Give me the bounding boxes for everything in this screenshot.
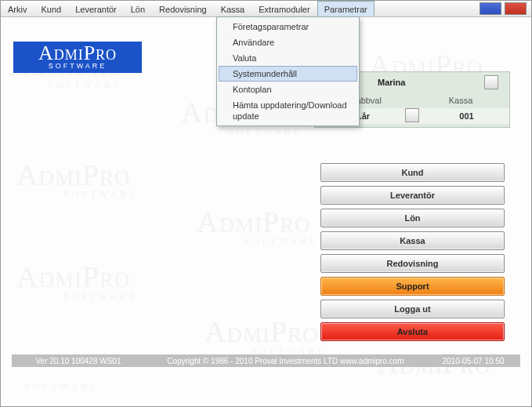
lon-button[interactable]: Lön [320, 209, 505, 227]
minimize-button[interactable] [480, 2, 501, 15]
dropdown-anvandare[interactable]: Användare [219, 35, 357, 50]
logo-title: AdmiPro [13, 42, 142, 64]
menu-arkiv[interactable]: Arkiv [1, 1, 34, 16]
dropdown-hamta-uppdatering[interactable]: Hämta uppdatering/Download update [219, 97, 357, 124]
logo-subtitle: SOFTWARE [13, 62, 142, 70]
menu-redovisning[interactable]: Redovisning [152, 1, 214, 16]
menu-kassa[interactable]: Kassa [214, 1, 252, 16]
menu-parametrar[interactable]: Parametrar [317, 1, 375, 16]
support-button[interactable]: Support [320, 277, 505, 296]
panel-col2-label: Kassa [412, 96, 509, 105]
avsluta-button[interactable]: Avsluta [320, 322, 505, 341]
status-datetime: 2010-05-07 10:50 [426, 357, 520, 365]
panel-aktar-checkbox[interactable] [405, 108, 419, 122]
menu-bar: Arkiv Kund Leverantör Lön Redovisning Ka… [1, 1, 531, 17]
kund-button[interactable]: Kund [320, 163, 505, 182]
dropdown-kontoplan[interactable]: Kontoplan [219, 82, 357, 97]
status-copyright: Copyright © 1986 - 2010 Proval Investmen… [145, 357, 426, 365]
close-button[interactable] [505, 2, 527, 15]
leverantor-button[interactable]: Leverantör [320, 186, 505, 205]
app-window: AdmiPro SOFTWARE AdmiPro SOFTWARE AdmiPr… [0, 0, 532, 407]
dropdown-valuta[interactable]: Valuta [219, 50, 357, 66]
panel-kassa-value: 001 [424, 111, 509, 121]
parametrar-dropdown: Företagsparametrar Användare Valuta Syst… [216, 16, 360, 126]
dropdown-foretagsparametrar[interactable]: Företagsparametrar [219, 19, 357, 35]
redovisning-button[interactable]: Redovisning [320, 254, 505, 273]
menu-leverantor[interactable]: Leverantör [68, 1, 124, 16]
logo: AdmiPro SOFTWARE [13, 42, 142, 73]
status-bar: Ver 20.10 100428 WS01 Copyright © 1986 -… [12, 354, 520, 367]
loggaut-button[interactable]: Logga ut [320, 300, 505, 318]
dropdown-systemunderhall[interactable]: Systemunderhåll [219, 66, 357, 82]
kassa-button[interactable]: Kassa [320, 231, 505, 250]
menu-extramoduler[interactable]: Extramoduler [252, 1, 317, 16]
main-button-stack: Kund Leverantör Lön Kassa Redovisning Su… [320, 163, 505, 345]
menu-lon[interactable]: Lön [124, 1, 152, 16]
menu-kund[interactable]: Kund [34, 1, 68, 16]
window-controls [480, 1, 531, 16]
panel-name-checkbox[interactable] [484, 75, 498, 89]
status-version: Ver 20.10 100428 WS01 [12, 357, 145, 365]
